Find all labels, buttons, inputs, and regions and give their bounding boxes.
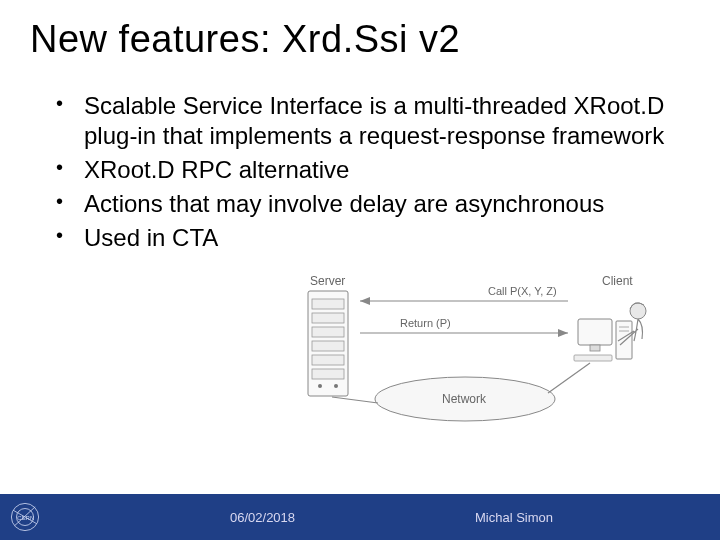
- server-icon: [308, 291, 348, 396]
- call-label: Call P(X, Y, Z): [488, 285, 557, 297]
- svg-point-7: [318, 384, 322, 388]
- svg-marker-17: [360, 297, 370, 305]
- list-item: XRoot.D RPC alternative: [50, 155, 680, 185]
- bullet-list: Scalable Service Interface is a multi-th…: [50, 91, 680, 253]
- footer-author: Michal Simon: [475, 510, 553, 525]
- list-item: Used in CTA: [50, 223, 680, 253]
- rpc-diagram: Server Client: [290, 271, 650, 441]
- cern-logo-icon: CERN: [8, 500, 42, 534]
- list-item: Scalable Service Interface is a multi-th…: [50, 91, 680, 151]
- server-label: Server: [310, 274, 345, 288]
- svg-rect-6: [312, 369, 344, 379]
- client-label: Client: [602, 274, 633, 288]
- slide-body: Scalable Service Interface is a multi-th…: [0, 71, 720, 494]
- svg-rect-14: [574, 355, 612, 361]
- client-icon: [574, 303, 646, 361]
- svg-rect-5: [312, 355, 344, 365]
- svg-rect-3: [312, 327, 344, 337]
- svg-rect-2: [312, 313, 344, 323]
- footer-date: 06/02/2018: [230, 510, 295, 525]
- slide: New features: Xrd.Ssi v2 Scalable Servic…: [0, 0, 720, 540]
- return-arrow: [360, 329, 568, 337]
- svg-marker-19: [558, 329, 568, 337]
- svg-line-20: [332, 397, 378, 403]
- call-arrow: [360, 297, 568, 305]
- slide-title: New features: Xrd.Ssi v2: [0, 0, 720, 71]
- network-label: Network: [442, 392, 487, 406]
- svg-line-21: [548, 363, 590, 393]
- footer-bar: CERN 06/02/2018 Michal Simon: [0, 494, 720, 540]
- svg-rect-10: [590, 345, 600, 351]
- svg-text:CERN: CERN: [17, 515, 34, 521]
- svg-point-8: [334, 384, 338, 388]
- list-item: Actions that may involve delay are async…: [50, 189, 680, 219]
- return-label: Return (P): [400, 317, 451, 329]
- svg-rect-1: [312, 299, 344, 309]
- svg-rect-9: [578, 319, 612, 345]
- svg-rect-4: [312, 341, 344, 351]
